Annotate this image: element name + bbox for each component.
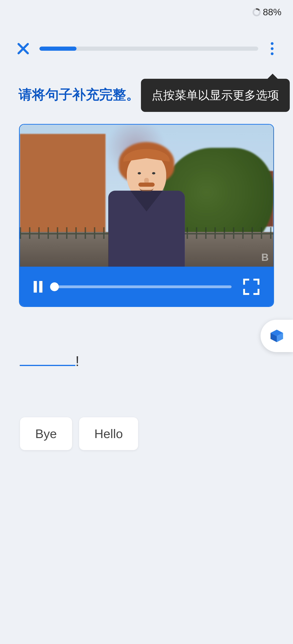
answer-blank[interactable] [20, 352, 75, 366]
video-controls [20, 267, 273, 307]
person-illustration [105, 137, 188, 267]
exercise-prompt: 请将句子补充完整。 [19, 86, 140, 104]
more-menu-button[interactable] [267, 42, 277, 56]
lesson-progress-fill [39, 46, 77, 51]
floating-assistant-button[interactable] [260, 320, 293, 352]
lesson-progress [39, 46, 258, 51]
top-bar [16, 42, 277, 56]
sentence-suffix: ! [75, 353, 79, 369]
seek-thumb[interactable] [50, 282, 59, 291]
pause-icon [34, 281, 37, 292]
cube-icon [269, 328, 285, 344]
video-player: B [19, 124, 274, 307]
close-icon [17, 43, 29, 54]
fill-blank-sentence: ! [20, 352, 79, 369]
fullscreen-button[interactable] [243, 279, 259, 295]
battery-percent: 88% [263, 7, 281, 17]
pause-button[interactable] [34, 281, 43, 292]
answer-choices: Bye Hello [20, 417, 138, 450]
video-watermark: B [261, 252, 269, 263]
choice-option[interactable]: Bye [20, 417, 72, 450]
choice-option[interactable]: Hello [79, 417, 138, 450]
more-icon [271, 42, 273, 45]
status-bar: 88% [252, 7, 281, 17]
video-frame[interactable]: B [20, 125, 273, 267]
fullscreen-icon [243, 279, 249, 285]
menu-tooltip: 点按菜单以显示更多选项 [141, 79, 290, 112]
close-button[interactable] [16, 42, 30, 56]
battery-ring-icon [252, 8, 261, 17]
video-seek-bar[interactable] [55, 286, 231, 288]
